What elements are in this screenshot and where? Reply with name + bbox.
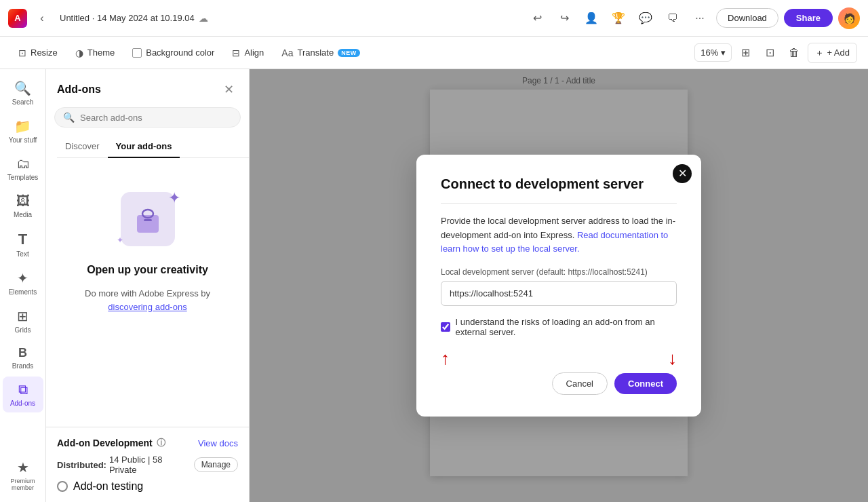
resize-icon: ⊡ <box>18 47 26 58</box>
brands-icon: B <box>18 346 27 360</box>
zoom-chevron-icon: ▾ <box>721 47 726 58</box>
text-icon: T <box>18 231 27 248</box>
main-area: 🔍 Search 📁 Your stuff 🗂 Templates 🖼 Medi… <box>0 69 868 502</box>
tab-your-add-ons[interactable]: Your add-ons <box>108 136 180 158</box>
align-icon: ⊟ <box>232 47 240 58</box>
resize-button[interactable]: ⊡ Resize <box>11 43 65 62</box>
discovering-add-ons-link[interactable]: discovering add-ons <box>108 302 186 312</box>
sidebar-item-your-stuff[interactable]: 📁 Your stuff <box>3 113 43 149</box>
add-ons-panel: Add-ons ✕ 🔍 Discover Your add-ons <box>46 69 250 502</box>
panel-dev-info-icon[interactable]: ⓘ <box>157 437 165 449</box>
add-on-testing-label: Add-on testing <box>73 480 143 493</box>
trophy-icon-button[interactable]: 🏆 <box>608 7 629 29</box>
cloud-icon: ☁ <box>199 13 208 24</box>
sidebar-item-media[interactable]: 🖼 Media <box>3 188 43 224</box>
premium-icon: ★ <box>17 459 29 476</box>
panel-empty-title: Open up your creativity <box>87 264 208 276</box>
modal-description: Provide the local development server add… <box>441 214 677 256</box>
sidebar-item-grids[interactable]: ⊞ Grids <box>3 303 43 339</box>
sidebar-item-media-label: Media <box>14 211 32 218</box>
sidebar-item-premium-label: Premium member <box>5 478 41 491</box>
modal-input-label: Local development server (default: https… <box>441 267 677 277</box>
panel-search[interactable]: 🔍 <box>54 107 241 128</box>
bg-color-button[interactable]: Background color <box>125 43 222 62</box>
plus-icon: ＋ <box>815 47 824 59</box>
modal-close-button[interactable]: ✕ <box>673 164 692 183</box>
sidebar-item-elements-label: Elements <box>9 288 37 296</box>
sidebar-item-elements[interactable]: ✦ Elements <box>3 265 43 301</box>
download-button[interactable]: Download <box>716 8 778 28</box>
modal-divider <box>441 203 677 204</box>
comment-icon-button[interactable]: 🗨 <box>662 7 684 29</box>
panel-dev-distributed: Distributed: 14 Public | 58 Private Mana… <box>57 455 238 475</box>
align-button[interactable]: ⊟ Align <box>224 43 271 62</box>
sidebar-item-premium[interactable]: ★ Premium member <box>3 454 43 497</box>
more-options-button[interactable]: ··· <box>689 7 711 29</box>
sidebar-item-text-label: Text <box>16 250 28 258</box>
sidebar-item-templates-label: Templates <box>7 174 39 181</box>
redo-button[interactable]: ↪ <box>553 7 575 29</box>
theme-icon: ◑ <box>75 47 83 58</box>
add-button[interactable]: ＋ + Add <box>808 43 857 63</box>
risks-checkbox[interactable] <box>441 322 450 332</box>
modal-checkbox-row: I understand the risks of loading an add… <box>441 317 677 337</box>
sidebar-item-brands[interactable]: B Brands <box>3 341 43 375</box>
sidebar-item-grids-label: Grids <box>15 326 31 334</box>
fit-page-button[interactable]: ⊞ <box>734 42 756 64</box>
sidebar-item-your-stuff-label: Your stuff <box>9 136 37 144</box>
your-stuff-icon: 📁 <box>14 118 31 134</box>
panel-close-button[interactable]: ✕ <box>219 80 238 99</box>
panel-tabs: Discover Your add-ons <box>57 136 249 158</box>
panel-empty-state: ✦ ✦ Open up your creativity Do more with… <box>46 158 249 341</box>
panel-empty-subtitle: Do more with Adobe Express by discoverin… <box>85 287 210 313</box>
translate-button[interactable]: Aa Translate NEW <box>274 43 367 62</box>
manage-button[interactable]: Manage <box>194 457 238 472</box>
profile-icon-button[interactable]: 👤 <box>580 7 602 29</box>
sidebar-item-add-ons[interactable]: ⧉ Add-ons <box>3 376 43 412</box>
panel-dev-header: Add-on Development ⓘ View docs <box>57 437 238 449</box>
avatar[interactable]: 🧑 <box>838 7 860 29</box>
sidebar-item-add-ons-label: Add-ons <box>10 400 35 407</box>
modal-overlay: ✕ Connect to development server Provide … <box>250 69 868 502</box>
undo-button[interactable]: ↩ <box>526 7 548 29</box>
connect-dev-server-modal: ✕ Connect to development server Provide … <box>416 155 701 417</box>
tab-discover[interactable]: Discover <box>57 136 108 158</box>
add-on-testing-toggle[interactable]: Add-on testing <box>57 480 238 493</box>
modal-checkbox-label: I understand the risks of loading an add… <box>456 317 677 337</box>
sidebar-item-text[interactable]: T Text <box>3 225 43 263</box>
sidebar: 🔍 Search 📁 Your stuff 🗂 Templates 🖼 Medi… <box>0 69 46 502</box>
grids-icon: ⊞ <box>17 308 28 324</box>
sidebar-item-search[interactable]: 🔍 Search <box>3 75 43 111</box>
chat-icon-button[interactable]: 💬 <box>635 7 656 29</box>
canvas-area: Page 1 / 1 - Add title ✕ Connect to deve… <box>250 69 868 502</box>
panel-search-icon: 🔍 <box>63 112 75 123</box>
dev-server-url-input[interactable] <box>441 281 677 306</box>
add-ons-icon: ⧉ <box>18 382 28 398</box>
sidebar-item-templates[interactable]: 🗂 Templates <box>3 151 43 187</box>
app-logo: A <box>8 9 27 28</box>
arrow-down-annotation: ↓ <box>668 349 677 367</box>
templates-icon: 🗂 <box>16 156 30 172</box>
theme-button[interactable]: ◑ Theme <box>68 43 122 62</box>
delete-button[interactable]: 🗑 <box>783 42 805 64</box>
translate-new-badge: NEW <box>338 49 360 57</box>
panel-dev-title: Add-on Development ⓘ <box>57 437 165 449</box>
modal-title: Connect to development server <box>441 176 677 192</box>
share-button[interactable]: Share <box>784 9 833 27</box>
back-button[interactable]: ‹ <box>33 9 52 28</box>
elements-icon: ✦ <box>17 270 28 286</box>
media-icon: 🖼 <box>16 193 30 209</box>
zoom-control[interactable]: 16% ▾ <box>694 43 732 62</box>
grid-toggle-button[interactable]: ⊡ <box>759 42 781 64</box>
sidebar-item-search-label: Search <box>12 98 34 106</box>
svg-rect-2 <box>144 219 152 221</box>
topbar-actions: ↩ ↪ 👤 🏆 💬 🗨 ··· Download Share 🧑 <box>526 7 860 29</box>
view-docs-link[interactable]: View docs <box>198 438 238 448</box>
modal-actions: Cancel Connect <box>441 372 677 395</box>
connect-button[interactable]: Connect <box>614 373 677 394</box>
add-ons-illustration: ✦ ✦ <box>107 185 189 253</box>
panel-title: Add-ons <box>57 83 101 96</box>
cancel-button[interactable]: Cancel <box>552 372 608 395</box>
panel-search-input[interactable] <box>80 113 232 123</box>
topbar: A ‹ Untitled · 14 May 2024 at 10.19.04 ☁… <box>0 0 868 37</box>
